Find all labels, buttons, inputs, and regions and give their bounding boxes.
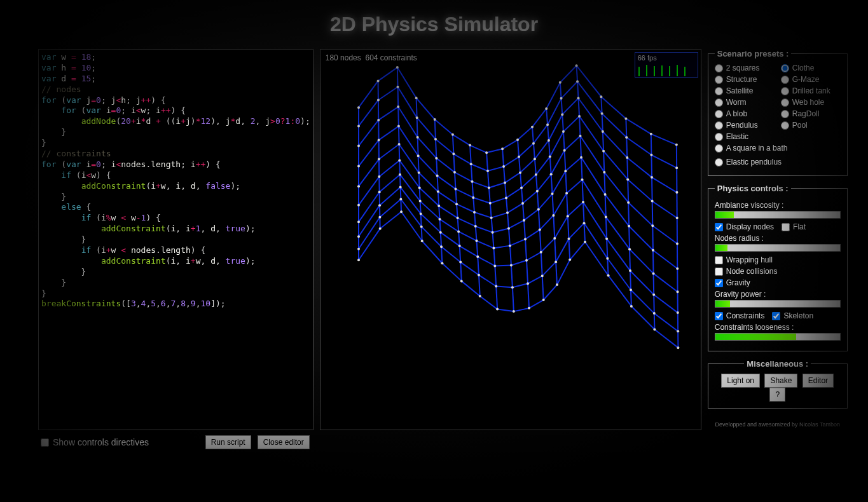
svg-line-307 <box>555 238 556 262</box>
svg-point-492 <box>653 312 656 315</box>
svg-line-149 <box>584 223 607 259</box>
looseness-label: Constraints looseness : <box>715 323 841 332</box>
skeleton-checkbox[interactable]: Skeleton <box>772 311 813 320</box>
svg-point-338 <box>469 144 471 147</box>
looseness-slider[interactable] <box>715 333 841 341</box>
svg-line-269 <box>524 220 525 240</box>
gravity-checkbox[interactable]: Gravity <box>715 278 750 287</box>
svg-line-134 <box>630 271 654 295</box>
svg-line-276 <box>653 250 654 274</box>
svg-line-283 <box>458 231 460 246</box>
svg-point-468 <box>539 251 542 254</box>
constraints-checkbox[interactable]: Constraints <box>715 311 765 320</box>
svg-line-57 <box>473 198 490 203</box>
preset-ragdoll[interactable]: RagDoll <box>781 109 841 118</box>
svg-line-199 <box>548 125 549 140</box>
preset-drilled-tank[interactable]: Drilled tank <box>781 86 841 95</box>
gravity-power-slider[interactable] <box>715 300 841 308</box>
simulation-canvas[interactable]: 180 nodes 604 constraints 66 fps <box>320 49 701 430</box>
svg-line-217 <box>549 140 550 157</box>
svg-line-227 <box>418 156 418 173</box>
preset-structure[interactable]: Structure <box>715 75 775 84</box>
svg-line-118 <box>653 273 677 292</box>
svg-line-270 <box>539 210 540 230</box>
svg-line-305 <box>527 261 528 284</box>
svg-point-458 <box>357 235 360 238</box>
svg-line-15 <box>626 119 651 134</box>
preset-pool[interactable]: Pool <box>781 121 841 130</box>
svg-point-375 <box>488 187 490 189</box>
svg-line-123 <box>440 233 459 246</box>
preset-g-maze[interactable]: G-Maze <box>781 75 841 84</box>
code-editor[interactable]: var w = 18; var h = 10; var d = 15; // n… <box>38 49 313 430</box>
svg-line-303 <box>495 266 496 286</box>
svg-line-146 <box>542 262 555 276</box>
svg-line-51 <box>359 140 379 166</box>
svg-line-326 <box>568 239 570 260</box>
presets-legend: Scenario presets : <box>715 49 792 58</box>
svg-point-421 <box>676 242 679 245</box>
svg-point-358 <box>502 165 505 168</box>
preset-a-square-in-a-bath[interactable]: A square in a bath <box>715 144 841 153</box>
svg-line-23 <box>471 164 488 171</box>
display-nodes-checkbox[interactable]: Display nodes <box>715 222 774 231</box>
svg-line-97 <box>565 158 581 171</box>
svg-line-211 <box>455 172 456 189</box>
svg-line-7 <box>486 149 502 153</box>
node-collisions-checkbox[interactable]: Node collisions <box>715 267 778 276</box>
wrapping-hull-checkbox[interactable]: Wrapping hull <box>715 255 773 264</box>
svg-line-74 <box>474 212 492 218</box>
svg-point-403 <box>675 217 678 219</box>
shake-button[interactable]: Shake <box>764 374 797 388</box>
svg-point-418 <box>603 171 605 173</box>
preset-clothe[interactable]: Clothe <box>781 64 841 72</box>
preset-2-squares[interactable]: 2 squares <box>715 64 775 72</box>
svg-point-420 <box>651 224 654 227</box>
preset-pendulus[interactable]: Pendulus <box>715 121 775 130</box>
svg-line-27 <box>534 125 548 143</box>
nodes-radius-slider[interactable] <box>715 244 841 252</box>
svg-line-249 <box>491 218 492 233</box>
svg-line-186 <box>651 134 652 155</box>
run-script-button[interactable]: Run script <box>205 435 251 449</box>
svg-line-12 <box>560 65 577 83</box>
preset-worm[interactable]: Worm <box>715 98 775 107</box>
svg-point-453 <box>581 179 583 181</box>
svg-line-10 <box>532 109 546 127</box>
svg-line-216 <box>535 159 536 175</box>
svg-line-80 <box>564 136 580 151</box>
svg-line-165 <box>570 242 585 260</box>
svg-line-53 <box>399 126 418 156</box>
svg-line-111 <box>525 230 540 240</box>
svg-point-501 <box>496 308 499 311</box>
editor-button[interactable]: Editor <box>803 374 834 388</box>
show-directives-input[interactable] <box>41 438 49 447</box>
close-editor-button[interactable]: Close editor <box>258 435 310 449</box>
svg-point-442 <box>399 173 401 176</box>
svg-line-157 <box>442 263 461 281</box>
preset-elastic[interactable]: Elastic <box>715 132 775 141</box>
svg-point-481 <box>459 261 462 264</box>
viscosity-slider[interactable] <box>715 211 841 219</box>
svg-point-376 <box>504 182 506 184</box>
preset-web-hole[interactable]: Web hole <box>781 98 841 107</box>
preset-satellite[interactable]: Satellite <box>715 86 775 95</box>
flat-checkbox[interactable]: Flat <box>782 222 806 231</box>
preset-elastic-pendulus[interactable]: Elastic pendulus <box>715 158 841 166</box>
light-on-button[interactable]: Light on <box>721 374 760 388</box>
svg-line-312 <box>654 295 654 313</box>
svg-line-182 <box>560 83 561 98</box>
svg-point-439 <box>676 268 679 270</box>
svg-line-100 <box>629 226 653 250</box>
svg-line-90 <box>457 218 475 226</box>
svg-point-373 <box>453 171 456 173</box>
svg-line-16 <box>651 134 677 145</box>
help-button[interactable]: ? <box>769 388 785 402</box>
svg-line-203 <box>626 137 627 158</box>
viscosity-label: Ambiance viscosity : <box>715 201 841 210</box>
svg-point-372 <box>435 157 437 159</box>
svg-line-274 <box>605 194 605 217</box>
preset-a-blob[interactable]: A blob <box>715 109 775 118</box>
svg-point-367 <box>675 166 678 169</box>
show-directives-checkbox[interactable]: Show controls directives <box>41 437 149 447</box>
